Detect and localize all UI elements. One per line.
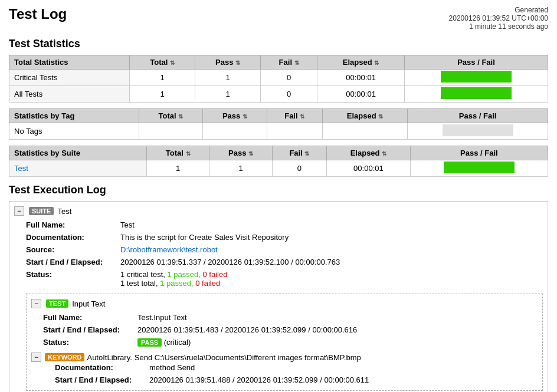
full-name-label: Full Name: [26, 219, 120, 230]
col-passfail-tag: Pass / Fail [408, 109, 548, 123]
col-elapsed-tag[interactable]: Elapsed ⇅ [322, 109, 408, 123]
suite-passfail-bar [410, 160, 548, 177]
all-pass: 1 [195, 86, 260, 103]
start-end-label: Start / End / Elapsed: [26, 256, 120, 268]
col-fail-tag[interactable]: Fail ⇅ [267, 109, 322, 123]
test-badge: TEST [46, 299, 68, 308]
col-pass-tag[interactable]: Pass ⇅ [203, 109, 267, 123]
critical-passfail-bar [404, 70, 548, 86]
bar-container [441, 71, 512, 83]
bar-container [444, 162, 515, 173]
status-line1-pre: 1 critical test, [120, 270, 167, 279]
sort-icon: ⇅ [304, 150, 309, 157]
bar-container-empty [443, 124, 513, 136]
source-label: Source: [26, 244, 120, 255]
suite-fail: 0 [272, 160, 326, 177]
suite-badge: SUITE [29, 207, 54, 215]
test-full-name-label: Full Name: [43, 312, 137, 323]
suite-block: − SUITE Test Full Name: Test Documentati… [14, 206, 543, 391]
total-stats-heading: Total Statistics [9, 55, 130, 70]
test-start-end-label: Start / End / Elapsed: [43, 324, 137, 335]
start-end-value: 20200126 01:39:51.337 / 20200126 01:39:5… [120, 256, 543, 268]
test-name: Input Text [72, 299, 105, 308]
status-line1: 1 critical test, 1 passed, 0 failed [120, 270, 227, 279]
suite-stats-heading: Statistics by Suite [9, 146, 147, 160]
col-elapsed-1[interactable]: Elapsed ⇅ [317, 55, 405, 70]
tag-pass [203, 123, 267, 140]
col-total-tag[interactable]: Total ⇅ [139, 109, 202, 123]
sort-icon: ⇅ [178, 113, 183, 120]
kw-start-end-value: 20200126 01:39:51.488 / 20200126 01:39:5… [149, 374, 538, 386]
critical-tests-label: Critical Tests [9, 70, 130, 86]
critical-pass: 1 [195, 70, 260, 86]
all-passfail-bar [404, 86, 548, 103]
col-fail-suite[interactable]: Fail ⇅ [272, 146, 326, 160]
table-row: No Tags [9, 123, 548, 140]
critical-fail: 0 [261, 70, 317, 86]
tag-fail [267, 123, 322, 140]
critical-elapsed: 00:00:01 [317, 70, 405, 86]
test-status-value: PASS (critical) [137, 337, 538, 348]
bar-green [441, 87, 512, 99]
status-line2-pre: 1 test total, [120, 279, 160, 288]
status-critical: (critical) [164, 338, 191, 347]
test-start-end-value: 20200126 01:39:51.483 / 20200126 01:39:5… [137, 324, 538, 335]
suite-link[interactable]: Test [14, 164, 28, 173]
bar-green [444, 162, 515, 173]
source-link[interactable]: D:\robotframework\test.robot [120, 245, 218, 254]
sort-icon: ⇅ [382, 150, 386, 157]
test-status-label: Status: [43, 337, 137, 348]
suite-toggle-button[interactable]: − [14, 206, 24, 216]
suite-name-cell: Test [9, 160, 147, 177]
tag-elapsed [322, 123, 408, 140]
status-line2-passed: 1 passed, [160, 279, 193, 288]
total-statistics-table: Total Statistics Total ⇅ Pass ⇅ Fail ⇅ E… [9, 55, 548, 103]
col-elapsed-suite[interactable]: Elapsed ⇅ [327, 146, 411, 160]
sort-icon-pass: ⇅ [235, 60, 240, 66]
status-value: 1 critical test, 1 passed, 0 failed 1 te… [120, 269, 543, 289]
suite-total: 1 [147, 160, 209, 177]
generated-ago: 1 minute 11 seconds ago [469, 22, 548, 31]
documentation-label: Documentation: [26, 232, 120, 243]
keyword-name: Send C:\Users\ruela\Documents\Different … [135, 353, 361, 362]
test-toggle-button[interactable]: − [31, 299, 41, 308]
status-line2: 1 test total, 1 passed, 0 failed [120, 279, 220, 288]
pass-badge: PASS [137, 338, 162, 347]
no-tags-label: No Tags [9, 123, 139, 140]
suite-pass: 1 [209, 160, 273, 177]
kw-start-end-label: Start / End / Elapsed: [55, 374, 149, 386]
suite-header: − SUITE Test [14, 206, 543, 216]
page-title: Test Log [9, 6, 67, 22]
test-full-name-value: Test.Input Text [137, 312, 538, 323]
sort-icon: ⇅ [300, 113, 304, 120]
execution-log-section: − SUITE Test Full Name: Test Documentati… [9, 201, 548, 392]
all-total: 1 [130, 86, 195, 103]
table-row: Test 1 1 0 00:00:01 [9, 160, 548, 177]
statistics-heading: Test Statistics [9, 38, 548, 50]
tag-total [139, 123, 202, 140]
keyword-block: − KEYWORD AutoItLibrary. Send C:\Users\r… [31, 353, 538, 386]
all-elapsed: 00:00:01 [317, 86, 405, 103]
sort-icon: ⇅ [378, 113, 383, 120]
keyword-toggle-button[interactable]: − [31, 353, 41, 362]
col-pass-suite[interactable]: Pass ⇅ [209, 146, 273, 160]
bar-container [441, 87, 512, 99]
col-total-suite[interactable]: Total ⇅ [147, 146, 209, 160]
col-total-1[interactable]: Total ⇅ [130, 55, 195, 70]
sort-icon: ⇅ [186, 150, 191, 157]
kw-doc-value: method Send [149, 362, 538, 373]
suite-elapsed: 00:00:01 [327, 160, 411, 177]
execution-log-heading: Test Execution Log [9, 184, 548, 196]
generated-datetime: 20200126 01:39:52 UTC+00:00 [449, 14, 548, 22]
col-passfail-suite: Pass / Fail [410, 146, 548, 160]
col-pass-1[interactable]: Pass ⇅ [195, 55, 260, 70]
status-line1-failed: 0 failed [202, 270, 227, 279]
col-passfail-1: Pass / Fail [404, 55, 548, 70]
keyword-badge-sub: AutoItLibrary. [87, 353, 132, 362]
suite-info-grid: Full Name: Test Documentation: This is t… [26, 219, 543, 289]
kw-doc-label: Documentation: [55, 362, 149, 373]
bar-empty [443, 124, 513, 136]
test-info-grid: Full Name: Test.Input Text Start / End /… [43, 312, 538, 348]
col-fail-1[interactable]: Fail ⇅ [261, 55, 317, 70]
all-tests-label: All Tests [9, 86, 130, 103]
